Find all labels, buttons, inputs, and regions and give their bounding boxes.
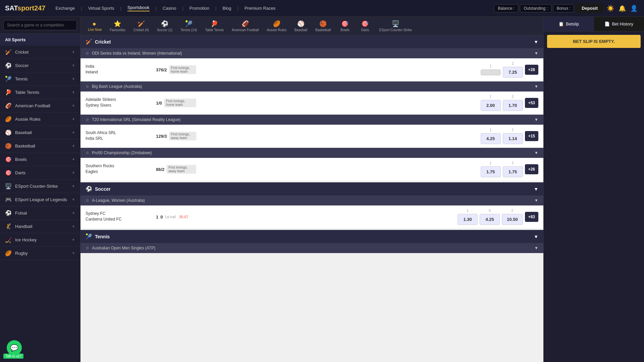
big-bash-collapse-icon[interactable]: ▼ xyxy=(534,84,538,89)
sidebar-item-soccer[interactable]: ⚽ Soccer ▼ xyxy=(0,59,80,72)
odds-1-sydney[interactable]: 1.30 xyxy=(458,214,478,225)
odi-series-collapse-icon[interactable]: ▼ xyxy=(534,51,538,56)
cricket-section: 🏏 Cricket ▼ ☆ ODI Series India vs Irelan… xyxy=(80,35,543,181)
chevron-icon: ▼ xyxy=(72,144,75,148)
sidebar-label-darts: Darts xyxy=(15,170,25,175)
soccer-section-header[interactable]: ⚽ Soccer ▼ xyxy=(80,182,543,195)
odds-1-pro50[interactable]: 1.75 xyxy=(481,166,501,177)
tab-aussie-rules[interactable]: 🏉 Aussie Rules xyxy=(263,18,290,34)
league-pro50-header[interactable]: ☆ Pro50 Championship (Zimbabwe) ▼ xyxy=(80,148,543,158)
sidebar-item-bowls[interactable]: 🎯 Bowls ▼ xyxy=(0,153,80,166)
odds-1-bigbash[interactable]: 2.00 xyxy=(481,100,501,111)
aleague-star-icon[interactable]: ☆ xyxy=(86,198,89,203)
aus-open-star-icon[interactable]: ☆ xyxy=(86,246,89,250)
odds-2-pro50[interactable]: 1.75 xyxy=(503,166,523,177)
odds-2-sydney[interactable]: 10.50 xyxy=(502,214,523,225)
nav-sportsbook[interactable]: Sportsbook xyxy=(127,5,150,11)
sidebar-label-rugby: Rugby xyxy=(15,251,28,256)
theme-toggle-button[interactable]: ☀️ xyxy=(605,3,615,13)
tab-tennis[interactable]: 🎾 Tennis (14) xyxy=(176,18,201,34)
more-odds-india-ireland[interactable]: +28 xyxy=(525,65,538,75)
tab-bowls[interactable]: 🎯 Bowls xyxy=(335,18,355,34)
tab-darts[interactable]: 🎯 Darts xyxy=(355,18,375,34)
sidebar-item-basketball[interactable]: 🏀 Basketball ▼ xyxy=(0,139,80,153)
odds-2-bigbash[interactable]: 1.70 xyxy=(503,100,523,111)
sidebar-item-tennis[interactable]: 🎾 Tennis ▼ xyxy=(0,72,80,86)
nav-virtual-sports[interactable]: Virtual Sports xyxy=(88,6,114,11)
big-bash-star-icon[interactable]: ☆ xyxy=(86,84,89,89)
match-sa-india-srl: South Africa SRL India SRL 129/3 First i… xyxy=(80,125,543,148)
sidebar-item-cricket[interactable]: 🏏 Cricket ▼ xyxy=(0,46,80,59)
esport-cs-icon: 🖥️ xyxy=(5,183,12,189)
t20-srl-collapse-icon[interactable]: ▼ xyxy=(534,117,538,122)
nav-casino[interactable]: Casino xyxy=(163,6,176,11)
tab-esport-cs[interactable]: 🖥️ ESport Counter-Strike xyxy=(375,18,416,34)
cricket-section-header[interactable]: 🏏 Cricket ▼ xyxy=(80,35,543,48)
league-t20-srl-header[interactable]: ☆ T20 International SRL (Simulated Reali… xyxy=(80,115,543,125)
sidebar-item-futsal[interactable]: ⚽ Futsal ▼ xyxy=(0,206,80,220)
odds-2-t20srl[interactable]: 1.14 xyxy=(503,133,523,144)
more-odds-t20srl[interactable]: +15 xyxy=(525,131,538,141)
tab-cricket[interactable]: 🏏 Cricket (4) xyxy=(129,18,153,34)
tennis-section-header[interactable]: 🎾 Tennis ▼ xyxy=(80,230,543,243)
sidebar-item-handball[interactable]: 🤾 Handball ▼ xyxy=(0,220,80,233)
tab-table-tennis[interactable]: 🏓 Table Tennis xyxy=(201,18,228,34)
nav-premium-races[interactable]: Premium Races xyxy=(245,6,275,11)
sidebar-item-darts[interactable]: 🎯 Darts ▼ xyxy=(0,166,80,180)
more-odds-sydney[interactable]: +83 xyxy=(525,212,538,222)
league-odi-series-header[interactable]: ☆ ODI Series India vs Ireland, Women (In… xyxy=(80,48,543,58)
deposit-button[interactable]: Deposit xyxy=(576,3,604,13)
team1-india: India xyxy=(86,64,153,69)
pro50-star-icon[interactable]: ☆ xyxy=(86,150,89,155)
league-aus-open-header[interactable]: ☆ Australian Open Men Singles (ATP) ▼ xyxy=(80,243,543,253)
innings-badge: First innings, home team xyxy=(169,65,196,74)
bonus-box: Bonus : xyxy=(553,4,574,12)
notification-button[interactable]: 🔔 xyxy=(617,3,627,13)
more-odds-pro50[interactable]: +26 xyxy=(525,164,538,174)
sidebar-label-aussie-rules: Aussie Rules xyxy=(15,117,41,122)
more-odds-bigbash[interactable]: +53 xyxy=(525,98,538,108)
bet-history-tab[interactable]: 📄 Bet History xyxy=(594,17,644,31)
sidebar-search-container xyxy=(0,17,80,34)
sidebar-item-rugby[interactable]: 🏉 Rugby ▼ xyxy=(0,247,80,260)
aleague-women-collapse-icon[interactable]: ▼ xyxy=(534,198,538,203)
t20-srl-star-icon[interactable]: ☆ xyxy=(86,117,89,122)
nav-promotion[interactable]: Promotion xyxy=(190,6,209,11)
tab-american-football[interactable]: 🏈 American Football xyxy=(228,18,263,34)
tab-basketball[interactable]: 🏀 Basketball xyxy=(311,18,335,34)
betslip-tab[interactable]: 📋 Betslip xyxy=(544,17,594,31)
tab-soccer[interactable]: ⚽ Soccer (1) xyxy=(153,18,176,34)
search-input[interactable] xyxy=(3,20,77,30)
aleague-women-name: A-League, Women (Australia) xyxy=(92,198,145,203)
odds-2-india-ireland[interactable]: 7.25 xyxy=(503,67,523,78)
tab-live-now[interactable]: Live Now xyxy=(84,18,106,33)
user-avatar-button[interactable]: 👤 xyxy=(629,3,639,13)
odds-1-india-ireland[interactable] xyxy=(481,69,501,75)
sidebar-item-ice-hockey[interactable]: 🏒 Ice Hockey ▼ xyxy=(0,233,80,247)
league-big-bash-header[interactable]: ☆ Big Bash League (Australia) ▼ xyxy=(80,81,543,92)
odi-series-star-icon[interactable]: ☆ xyxy=(86,51,89,56)
tab-favourites[interactable]: ⭐ Favourites xyxy=(106,18,129,34)
chat-button[interactable]: 💬 xyxy=(7,340,22,355)
nav-blog[interactable]: Blog xyxy=(222,6,231,11)
sidebar-item-american-football[interactable]: 🏈 American Football ▼ xyxy=(0,99,80,113)
darts-tab-icon: 🎯 xyxy=(361,20,369,27)
sidebar-item-esport-cs[interactable]: 🖥️ ESport Counter-Strike ▼ xyxy=(0,180,80,193)
nav-exchange[interactable]: Exchange xyxy=(55,6,75,11)
pro50-collapse-icon[interactable]: ▼ xyxy=(534,150,538,155)
tab-esport-cs-label: ESport Counter-Strike xyxy=(379,28,412,32)
sidebar-item-aussie-rules[interactable]: 🏉 Aussie Rules ▼ xyxy=(0,113,80,126)
sidebar: All Sports 🏏 Cricket ▼ ⚽ Soccer ▼ 🎾 Tenn… xyxy=(0,17,80,362)
aus-open-collapse-icon[interactable]: ▼ xyxy=(534,246,538,250)
league-aleague-women-header[interactable]: ☆ A-League, Women (Australia) ▼ xyxy=(80,195,543,205)
tab-baseball[interactable]: ⚾ Baseball xyxy=(290,18,311,34)
sidebar-item-table-tennis[interactable]: 🏓 Table Tennis ▼ xyxy=(0,86,80,99)
soccer-collapse-icon[interactable]: ▼ xyxy=(534,186,538,192)
cricket-collapse-icon[interactable]: ▼ xyxy=(534,39,538,45)
big-bash-name: Big Bash League (Australia) xyxy=(92,84,142,89)
tennis-collapse-icon[interactable]: ▼ xyxy=(534,234,538,239)
sidebar-item-esport-lol[interactable]: 🎮 ESport League of Legends ▼ xyxy=(0,193,80,206)
odds-x-sydney[interactable]: 4.25 xyxy=(480,214,500,225)
odds-1-t20srl[interactable]: 4.25 xyxy=(481,133,501,144)
sidebar-item-baseball[interactable]: ⚾ Baseball ▼ xyxy=(0,126,80,139)
